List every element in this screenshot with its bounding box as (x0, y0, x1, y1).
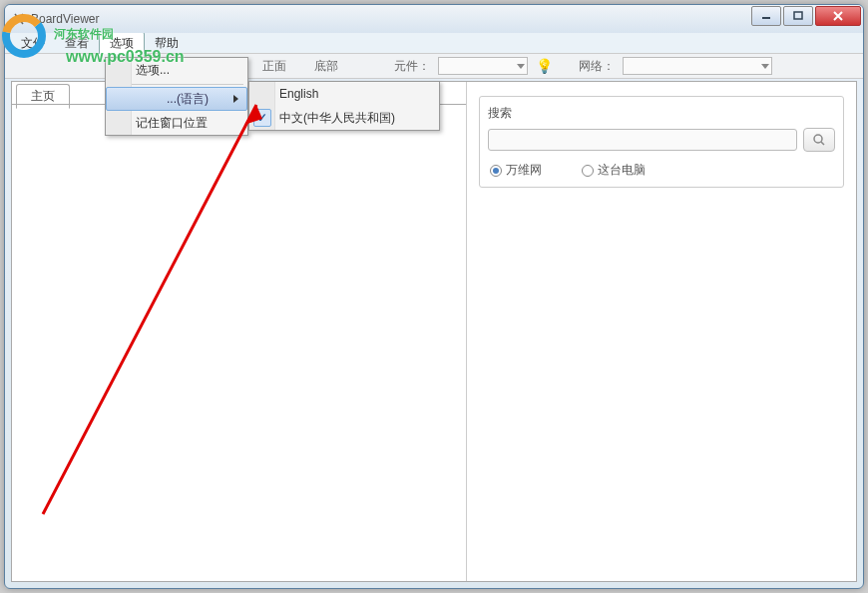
menu-file[interactable]: 文件 (11, 33, 55, 54)
submenu-arrow-icon (233, 95, 238, 103)
window-title: BoardViewer (31, 12, 99, 26)
dd-options-item[interactable]: 选项... (106, 58, 247, 82)
chevron-down-icon (517, 64, 525, 69)
svg-line-3 (821, 142, 824, 145)
component-label: 元件： (394, 58, 430, 75)
dd-english-label: English (279, 87, 318, 101)
radio-web[interactable]: 万维网 (490, 162, 542, 179)
radio-dot-icon (582, 165, 594, 177)
options-dropdown: 选项... ...(语言) 记住窗口位置 (105, 57, 248, 136)
component-combobox[interactable] (438, 57, 528, 75)
maximize-button[interactable] (783, 6, 813, 26)
radio-web-label: 万维网 (506, 162, 542, 179)
app-icon (11, 11, 27, 27)
svg-rect-1 (794, 12, 802, 19)
menu-options[interactable]: 选项 (99, 32, 145, 54)
lightbulb-icon[interactable]: 💡 (536, 58, 553, 74)
minimize-button[interactable] (751, 6, 781, 26)
checkmark-icon: ✓ (253, 109, 271, 127)
window-controls (751, 6, 861, 26)
search-label: 搜索 (488, 105, 835, 122)
dd-lang-english[interactable]: English (249, 82, 439, 106)
language-submenu: English ✓ 中文(中华人民共和国) (248, 81, 440, 131)
dd-language-item[interactable]: ...(语言) (106, 87, 247, 111)
menubar: 文件 查看 选项 帮助 (5, 33, 863, 53)
right-pane: 搜索 万维网 这台电脑 (467, 82, 856, 581)
left-pane: 主页 (12, 82, 467, 581)
search-input[interactable] (488, 129, 797, 151)
tab-home[interactable]: 主页 (16, 84, 70, 109)
app-window: BoardViewer 文件 查看 选项 帮助 正面 底部 元件： 💡 网络： (4, 4, 864, 589)
radio-dot-checked-icon (490, 165, 502, 177)
search-icon (812, 133, 826, 147)
network-label: 网络： (579, 58, 615, 75)
dd-language-label: ...(语言) (167, 91, 209, 108)
search-group: 搜索 万维网 这台电脑 (479, 96, 844, 188)
menu-view[interactable]: 查看 (55, 33, 99, 54)
radio-pc[interactable]: 这台电脑 (582, 162, 646, 179)
toolbar-front-button[interactable]: 正面 (252, 56, 296, 77)
titlebar: BoardViewer (5, 5, 863, 33)
dd-chinese-label: 中文(中华人民共和国) (279, 110, 395, 127)
radio-pc-label: 这台电脑 (598, 162, 646, 179)
search-button[interactable] (803, 128, 835, 152)
close-button[interactable] (815, 6, 861, 26)
dd-lang-chinese[interactable]: ✓ 中文(中华人民共和国) (249, 106, 439, 130)
toolbar-bottom-button[interactable]: 底部 (304, 56, 348, 77)
chevron-down-icon (761, 64, 769, 69)
dd-remember-position-item[interactable]: 记住窗口位置 (106, 111, 247, 135)
menu-help[interactable]: 帮助 (145, 33, 189, 54)
content-area: 主页 搜索 万维网 这台 (11, 81, 857, 582)
svg-point-2 (814, 135, 822, 143)
network-combobox[interactable] (623, 57, 772, 75)
dd-options-label: 选项... (136, 62, 170, 79)
dd-remember-label: 记住窗口位置 (136, 115, 208, 132)
